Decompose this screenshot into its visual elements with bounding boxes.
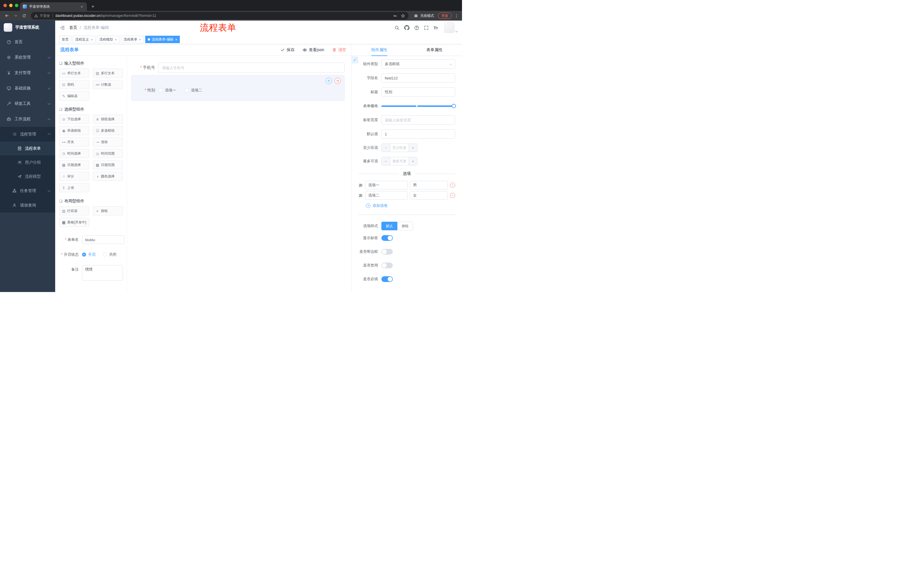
stepper-increase-button[interactable] — [409, 144, 417, 152]
palette-item-time-range[interactable]: 时间范围 — [93, 149, 123, 158]
sidebar-item-user-group[interactable]: 用户分组 — [0, 155, 55, 169]
breadcrumb-home[interactable]: 首页 — [69, 25, 77, 30]
search-icon[interactable] — [394, 25, 399, 30]
option-label-input[interactable] — [365, 181, 408, 189]
palette-item-cascader[interactable]: 级联选择 — [93, 115, 123, 124]
palette-item-select[interactable]: 下拉选择 — [59, 115, 89, 124]
option-label-input[interactable] — [365, 191, 408, 200]
show-label-toggle[interactable] — [381, 235, 393, 241]
sidebar-item-task-mgmt[interactable]: 任务管理 — [0, 183, 55, 198]
sidebar-item-payment[interactable]: 支付管理 — [0, 65, 55, 81]
window-minimize-button[interactable] — [9, 4, 13, 7]
window-close-button[interactable] — [3, 4, 7, 7]
gender-option-2-checkbox[interactable]: 选项二 — [185, 88, 202, 93]
github-icon[interactable] — [404, 25, 409, 30]
option-style-button-button[interactable]: 按钮 — [398, 222, 413, 230]
palette-item-checkbox-group[interactable]: 多选框组 — [93, 126, 123, 135]
bookmark-star-icon[interactable] — [401, 14, 405, 18]
sidebar-logo-row[interactable]: 芋道管理系统 — [0, 21, 55, 34]
palette-item-button[interactable]: 按钮 — [93, 206, 123, 216]
remark-textarea[interactable]: 嘿嘿 — [82, 265, 123, 281]
sidebar-item-system[interactable]: 系统管理 — [0, 50, 55, 65]
sidebar-item-infra[interactable]: 基础设施 — [0, 81, 55, 96]
window-zoom-button[interactable] — [15, 4, 18, 7]
stepper-decrease-button[interactable] — [382, 144, 390, 152]
tab-form-props[interactable]: 表单属性 — [407, 44, 462, 56]
palette-item-rich-editor[interactable]: 编辑器 — [59, 91, 89, 100]
remove-option-icon[interactable] — [450, 193, 455, 198]
palette-item-rate[interactable]: 评分 — [59, 172, 89, 181]
new-tab-button[interactable] — [89, 3, 97, 10]
selected-widget-gender[interactable]: 性别 选项一 选项二 — [131, 75, 345, 101]
disabled-toggle[interactable] — [381, 263, 393, 268]
browser-update-button[interactable]: 更新 — [438, 13, 452, 19]
tag-process-form-edit[interactable]: 流程表单-编辑 — [145, 36, 180, 43]
browser-tab[interactable]: 芋道管理系统 — [20, 2, 87, 11]
save-button[interactable]: 保存 — [280, 48, 294, 53]
remove-option-icon[interactable] — [450, 183, 455, 188]
required-toggle[interactable] — [381, 276, 393, 282]
min-select-value[interactable]: 至少应选 — [390, 144, 409, 152]
form-name-input[interactable] — [82, 235, 124, 244]
palette-item-slider[interactable]: 滑块 — [93, 137, 123, 146]
option-drag-handle-icon[interactable] — [358, 193, 363, 198]
option-value-input[interactable] — [410, 181, 448, 189]
palette-item-table[interactable]: 表格[开发中] — [59, 218, 89, 227]
palette-item-counter[interactable]: 计数器 — [93, 80, 123, 89]
forward-button[interactable] — [12, 12, 20, 20]
tag-process-model[interactable]: 流程模型 — [97, 36, 120, 43]
tab-close-icon[interactable] — [79, 4, 84, 9]
view-json-button[interactable]: 查看json — [302, 48, 324, 53]
palette-item-date-range[interactable]: 日期范围 — [93, 160, 123, 169]
option-style-default-button[interactable]: 默认 — [381, 222, 398, 230]
delete-widget-button[interactable] — [335, 78, 341, 84]
component-type-select[interactable]: 多选框组 — [381, 59, 455, 69]
status-off-radio[interactable]: 关闭 — [103, 252, 116, 257]
tab-component-props[interactable]: 组件属性 — [351, 44, 407, 56]
palette-item-radio-group[interactable]: 单选框组 — [59, 126, 89, 135]
palette-item-date-picker[interactable]: 日期选择 — [59, 160, 89, 169]
user-menu[interactable] — [444, 23, 457, 33]
sidebar-item-process-model[interactable]: 流程模型 — [0, 169, 55, 183]
clear-button[interactable]: 清空 — [332, 48, 346, 53]
tag-home[interactable]: 首页 — [59, 36, 71, 43]
copy-widget-button[interactable] — [326, 78, 332, 84]
tag-close-icon[interactable] — [175, 38, 178, 41]
form-canvas[interactable]: 手机号 — [127, 56, 351, 292]
sidebar-fold-icon[interactable] — [60, 25, 65, 30]
stepper-increase-button[interactable] — [409, 157, 417, 165]
canvas-field-phone[interactable]: 手机号 — [131, 63, 345, 73]
phone-input[interactable] — [158, 63, 345, 73]
fullscreen-icon[interactable] — [424, 25, 429, 30]
tag-close-icon[interactable] — [115, 38, 117, 41]
sidebar-item-home[interactable]: 首页 — [0, 34, 55, 50]
tag-process-form[interactable]: 流程表单 — [121, 36, 144, 43]
palette-item-row-container[interactable]: 行容器 — [59, 206, 89, 216]
gender-option-1-checkbox[interactable]: 选项一 — [159, 88, 176, 93]
palette-item-color-picker[interactable]: 颜色选择 — [93, 172, 123, 181]
form-grid-slider[interactable] — [381, 102, 455, 110]
tag-process-definition[interactable]: 流程定义 — [73, 36, 96, 43]
max-select-value[interactable]: 最多可选 — [390, 157, 409, 165]
password-key-icon[interactable] — [393, 14, 398, 18]
label-width-input[interactable] — [381, 115, 455, 125]
field-name-input[interactable] — [381, 73, 455, 82]
font-size-icon[interactable]: Tᴛ — [433, 25, 438, 30]
status-on-radio[interactable]: 开启 — [82, 252, 96, 257]
tag-close-icon[interactable] — [139, 38, 141, 41]
palette-item-upload[interactable]: 上传 — [59, 183, 89, 192]
browser-menu-icon[interactable] — [454, 13, 459, 18]
sidebar-item-workflow[interactable]: 工作流程 — [0, 112, 55, 127]
option-drag-handle-icon[interactable] — [358, 183, 363, 188]
address-bar[interactable]: 不安全 dashboard.yudao.iocoder.cn/bpm/manag… — [31, 12, 409, 20]
palette-item-multi-line-input[interactable]: 多行文本 — [93, 69, 123, 78]
sidebar-item-leave-query[interactable]: 请假查询 — [0, 198, 55, 212]
palette-item-password[interactable]: 密码 — [59, 80, 89, 89]
security-chip[interactable]: 不安全 — [34, 13, 50, 18]
sidebar-item-process-form[interactable]: 流程表单 — [0, 141, 55, 155]
slider-handle[interactable] — [452, 104, 456, 108]
tag-close-icon[interactable] — [91, 38, 93, 41]
back-button[interactable] — [3, 12, 11, 20]
default-value-input[interactable] — [381, 130, 455, 138]
sidebar-item-devtools[interactable]: 研发工具 — [0, 96, 55, 112]
